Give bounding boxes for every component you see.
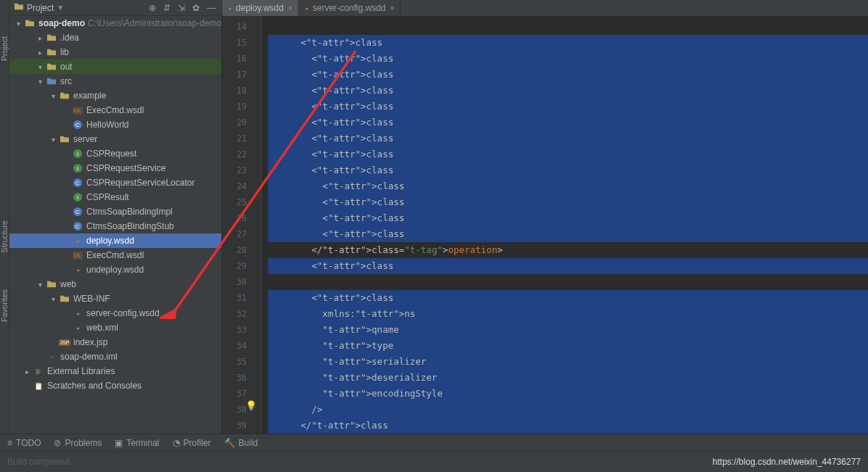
tree-item[interactable]: CCSPRequestServiceLocator	[9, 175, 221, 190]
sidebar-header: Project ▼ ⊕ ⇵ ⇲ ✿ —	[9, 0, 221, 16]
sidebar-toolbar: ⊕ ⇵ ⇲ ✿ —	[149, 3, 221, 13]
tree-item[interactable]: ICSPResult	[9, 190, 221, 204]
tab-server-config.wsdd[interactable]: ⬥server-config.wsdd×	[299, 0, 401, 16]
tree-item[interactable]: ICSPRequest	[9, 146, 221, 161]
tool-hide[interactable]: —	[207, 3, 216, 13]
tree-item[interactable]: ▾WEB-INF	[9, 291, 221, 306]
tool-expand[interactable]: ⇵	[163, 3, 171, 13]
project-sidebar: Project ▼ ⊕ ⇵ ⇲ ✿ — ▾soap-demoC:\Users\A…	[9, 0, 222, 472]
tree-item[interactable]: ▸.idea	[9, 30, 221, 45]
sidebar-title: Project	[27, 3, 54, 13]
close-icon[interactable]: ×	[288, 4, 292, 12]
tree-item[interactable]: ICSPRequestService	[9, 161, 221, 175]
tool-problems[interactable]: ⊘Problems	[54, 438, 102, 448]
editor-tabs: ⬥deploy.wsdd×⬥server-config.wsdd×	[222, 0, 868, 16]
tree-item[interactable]: 📋Scratches and Consoles	[9, 378, 221, 393]
project-tree[interactable]: ▾soap-demoC:\Users\Administrator\soap-de…	[9, 16, 221, 472]
tree-item[interactable]: ▾example	[9, 88, 221, 103]
tool-target[interactable]: ⊕	[149, 3, 156, 13]
tree-item[interactable]: ⬥web.xml	[9, 320, 221, 335]
tree-item[interactable]: JSPindex.jsp	[9, 335, 221, 349]
tree-item[interactable]: CHelloWorld	[9, 117, 221, 132]
folder-icon	[14, 2, 24, 13]
tool-collapse[interactable]: ⇲	[178, 3, 185, 13]
rail-favorites[interactable]: Favorites	[0, 289, 9, 322]
bottom-toolbar: ≡TODO⊘Problems▣Terminal◔Profiler🔨Build	[0, 434, 868, 451]
tree-item[interactable]: ▸⊪External Libraries	[9, 364, 221, 378]
watermark-url: https://blog.csdn.net/weixin_44736277	[713, 457, 861, 467]
chevron-down-icon[interactable]: ▼	[57, 4, 64, 12]
tree-item[interactable]: ⬥deploy.wsdd	[9, 233, 221, 248]
tree-item[interactable]: ▫soap-demo.iml	[9, 349, 221, 364]
tree-item[interactable]: ⬥server-config.wsdd	[9, 306, 221, 320]
status-bar: Build completed... https://blog.csdn.net…	[0, 451, 868, 472]
tree-item[interactable]: CCtmsSoapBindingImpl	[9, 204, 221, 219]
rail-structure[interactable]: Structure	[0, 220, 9, 253]
tree-root[interactable]: ▾soap-demoC:\Users\Administrator\soap-de…	[9, 16, 221, 30]
tool-terminal[interactable]: ▣Terminal	[115, 438, 159, 448]
tree-item[interactable]: DLExecCmd.wsdl	[9, 103, 221, 117]
tree-item[interactable]: ▾out	[9, 59, 221, 74]
status-text: Build completed...	[7, 457, 76, 467]
tree-item[interactable]: ⬥undeploy.wsdd	[9, 262, 221, 277]
tool-build[interactable]: 🔨Build	[224, 438, 258, 448]
intention-bulb-icon[interactable]: 💡	[245, 400, 257, 411]
tree-item[interactable]: CCtmsSoapBindingStub	[9, 219, 221, 233]
tab-deploy.wsdd[interactable]: ⬥deploy.wsdd×	[222, 0, 299, 16]
tree-item[interactable]: ▾src	[9, 74, 221, 88]
rail-project[interactable]: Project	[0, 36, 9, 61]
code-content[interactable]: <"t-attr">class="t-tag">service "t-attr"…	[262, 16, 868, 456]
tool-settings[interactable]: ✿	[192, 3, 200, 13]
tool-rail: Project Structure Favorites	[0, 0, 9, 472]
close-icon[interactable]: ×	[390, 4, 394, 12]
tool-todo[interactable]: ≡TODO	[7, 438, 41, 448]
tree-item[interactable]: DLExecCmd.wsdl	[9, 248, 221, 262]
tree-item[interactable]: ▾web	[9, 277, 221, 291]
editor: ⬥deploy.wsdd×⬥server-config.wsdd× 141516…	[222, 0, 868, 472]
tree-item[interactable]: ▾server	[9, 132, 221, 146]
line-gutter: 1415161718192021222324252627282930313233…	[222, 16, 262, 456]
tree-item[interactable]: ▸lib	[9, 45, 221, 59]
tool-profiler[interactable]: ◔Profiler	[173, 438, 211, 448]
